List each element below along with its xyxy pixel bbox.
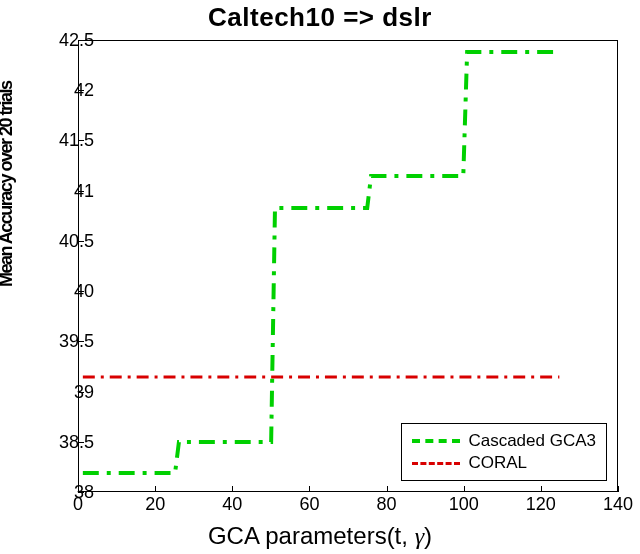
greek-gamma: γ [415,523,424,549]
y-tick-label: 40.5 [59,230,94,251]
y-axis-label: Mean Accuracy over 20 trials [0,267,17,287]
x-tick-label: 140 [603,494,633,515]
y-tick-label: 38.5 [59,431,94,452]
xlabel-suffix: ) [424,522,432,549]
legend-swatch-red [412,462,460,465]
x-axis-label: GCA parameters(t, γ) [0,522,640,550]
plot-area: Cascaded GCA3 CORAL [78,40,618,492]
legend-label-coral: CORAL [468,453,527,473]
chart-title: Caltech10 => dslr [0,2,640,33]
y-tick-label: 42.5 [59,30,94,51]
x-tick-label: 20 [145,494,165,515]
legend-item-coral: CORAL [412,452,596,474]
chart-figure: Caltech10 => dslr Mean Accuracy over 20 … [0,0,640,554]
legend-swatch-green [412,439,460,443]
x-tick-label: 0 [73,494,83,515]
series-line [83,52,560,473]
x-tick-label: 40 [222,494,242,515]
x-tick-label: 100 [449,494,479,515]
legend-box: Cascaded GCA3 CORAL [401,423,607,481]
y-tick-label: 41.5 [59,130,94,151]
legend-label-gca3: Cascaded GCA3 [468,431,596,451]
xlabel-prefix: GCA parameters(t, [208,522,408,549]
y-tick-label: 39.5 [59,331,94,352]
x-tick-label: 80 [377,494,397,515]
x-tick-label: 60 [299,494,319,515]
x-tick-label: 120 [526,494,556,515]
legend-item-gca3: Cascaded GCA3 [412,430,596,452]
